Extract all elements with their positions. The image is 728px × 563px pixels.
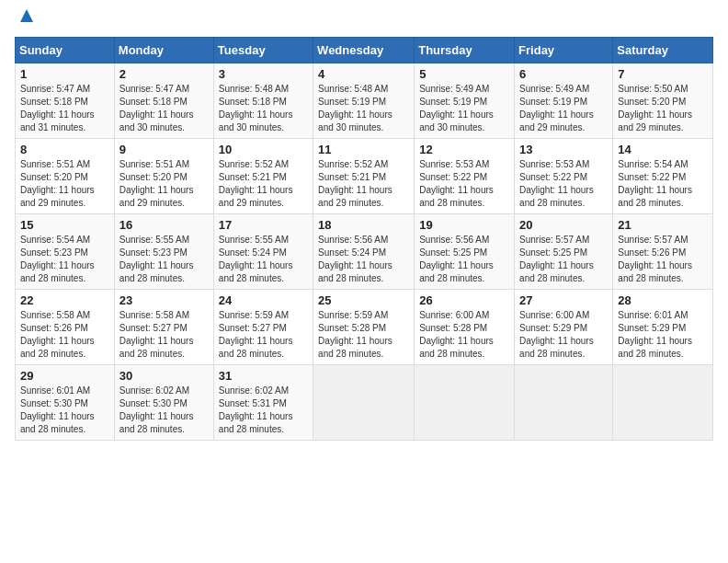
- day-info: Sunrise: 6:00 AM Sunset: 5:28 PM Dayligh…: [419, 309, 509, 361]
- calendar-cell: 7Sunrise: 5:50 AM Sunset: 5:20 PM Daylig…: [613, 63, 713, 139]
- calendar-cell: 8Sunrise: 5:51 AM Sunset: 5:20 PM Daylig…: [16, 139, 115, 214]
- day-info: Sunrise: 5:58 AM Sunset: 5:27 PM Dayligh…: [119, 309, 209, 361]
- day-info: Sunrise: 5:57 AM Sunset: 5:26 PM Dayligh…: [618, 234, 708, 285]
- day-info: Sunrise: 5:48 AM Sunset: 5:19 PM Dayligh…: [318, 83, 409, 134]
- day-number: 22: [20, 293, 109, 307]
- calendar-cell: 9Sunrise: 5:51 AM Sunset: 5:20 PM Daylig…: [114, 139, 213, 214]
- day-info: Sunrise: 5:59 AM Sunset: 5:28 PM Dayligh…: [318, 309, 409, 361]
- day-number: 19: [419, 218, 509, 232]
- calendar-cell: 11Sunrise: 5:52 AM Sunset: 5:21 PM Dayli…: [313, 139, 415, 214]
- calendar-header: SundayMondayTuesdayWednesdayThursdayFrid…: [16, 38, 713, 63]
- calendar-cell: 5Sunrise: 5:49 AM Sunset: 5:19 PM Daylig…: [415, 63, 515, 139]
- day-info: Sunrise: 5:55 AM Sunset: 5:24 PM Dayligh…: [219, 234, 308, 285]
- column-header-tuesday: Tuesday: [213, 38, 313, 63]
- calendar-week-row: 1Sunrise: 5:47 AM Sunset: 5:18 PM Daylig…: [16, 63, 713, 139]
- day-info: Sunrise: 5:54 AM Sunset: 5:22 PM Dayligh…: [618, 158, 708, 210]
- day-number: 4: [318, 67, 409, 81]
- day-info: Sunrise: 6:02 AM Sunset: 5:30 PM Dayligh…: [119, 385, 209, 436]
- day-number: 13: [519, 143, 608, 156]
- day-info: Sunrise: 5:51 AM Sunset: 5:20 PM Dayligh…: [20, 158, 109, 210]
- day-number: 23: [119, 293, 209, 307]
- calendar-table: SundayMondayTuesdayWednesdayThursdayFrid…: [15, 37, 713, 441]
- calendar-cell: 28Sunrise: 6:01 AM Sunset: 5:29 PM Dayli…: [613, 290, 713, 365]
- column-header-friday: Friday: [515, 38, 613, 63]
- calendar-cell: 19Sunrise: 5:56 AM Sunset: 5:25 PM Dayli…: [415, 214, 515, 290]
- calendar-body: 1Sunrise: 5:47 AM Sunset: 5:18 PM Daylig…: [16, 63, 713, 441]
- calendar-cell: 22Sunrise: 5:58 AM Sunset: 5:26 PM Dayli…: [16, 290, 115, 365]
- day-info: Sunrise: 5:59 AM Sunset: 5:27 PM Dayligh…: [219, 309, 308, 361]
- day-number: 2: [119, 67, 209, 81]
- day-info: Sunrise: 5:49 AM Sunset: 5:19 PM Dayligh…: [519, 83, 608, 134]
- day-number: 9: [119, 143, 209, 156]
- calendar-cell: 27Sunrise: 6:00 AM Sunset: 5:29 PM Dayli…: [515, 290, 613, 365]
- calendar-cell: 20Sunrise: 5:57 AM Sunset: 5:25 PM Dayli…: [515, 214, 613, 290]
- day-number: 5: [419, 67, 509, 81]
- calendar-cell: 13Sunrise: 5:53 AM Sunset: 5:22 PM Dayli…: [515, 139, 613, 214]
- calendar-cell: 25Sunrise: 5:59 AM Sunset: 5:28 PM Dayli…: [313, 290, 415, 365]
- calendar-cell: 1Sunrise: 5:47 AM Sunset: 5:18 PM Daylig…: [16, 63, 115, 139]
- calendar-header-row: SundayMondayTuesdayWednesdayThursdayFrid…: [16, 38, 713, 63]
- day-info: Sunrise: 5:56 AM Sunset: 5:24 PM Dayligh…: [318, 234, 409, 285]
- day-number: 14: [618, 143, 708, 156]
- calendar-cell: [313, 365, 415, 441]
- day-info: Sunrise: 6:01 AM Sunset: 5:29 PM Dayligh…: [618, 309, 708, 361]
- logo: [15, 15, 37, 26]
- calendar-cell: 23Sunrise: 5:58 AM Sunset: 5:27 PM Dayli…: [114, 290, 213, 365]
- page-header: [15, 15, 713, 26]
- day-info: Sunrise: 5:54 AM Sunset: 5:23 PM Dayligh…: [20, 234, 109, 285]
- day-info: Sunrise: 5:56 AM Sunset: 5:25 PM Dayligh…: [419, 234, 509, 285]
- day-number: 7: [618, 67, 708, 81]
- day-info: Sunrise: 5:55 AM Sunset: 5:23 PM Dayligh…: [119, 234, 209, 285]
- day-info: Sunrise: 5:47 AM Sunset: 5:18 PM Dayligh…: [119, 83, 209, 134]
- calendar-cell: 21Sunrise: 5:57 AM Sunset: 5:26 PM Dayli…: [613, 214, 713, 290]
- day-info: Sunrise: 5:49 AM Sunset: 5:19 PM Dayligh…: [419, 83, 509, 134]
- day-info: Sunrise: 6:01 AM Sunset: 5:30 PM Dayligh…: [20, 385, 109, 436]
- day-info: Sunrise: 5:53 AM Sunset: 5:22 PM Dayligh…: [419, 158, 509, 210]
- calendar-cell: 31Sunrise: 6:02 AM Sunset: 5:31 PM Dayli…: [213, 365, 313, 441]
- day-number: 24: [219, 293, 308, 307]
- calendar-cell: 30Sunrise: 6:02 AM Sunset: 5:30 PM Dayli…: [114, 365, 213, 441]
- calendar-cell: 29Sunrise: 6:01 AM Sunset: 5:30 PM Dayli…: [16, 365, 115, 441]
- day-number: 17: [219, 218, 308, 232]
- calendar-cell: 24Sunrise: 5:59 AM Sunset: 5:27 PM Dayli…: [213, 290, 313, 365]
- calendar-cell: 17Sunrise: 5:55 AM Sunset: 5:24 PM Dayli…: [213, 214, 313, 290]
- calendar-week-row: 22Sunrise: 5:58 AM Sunset: 5:26 PM Dayli…: [16, 290, 713, 365]
- calendar-cell: 10Sunrise: 5:52 AM Sunset: 5:21 PM Dayli…: [213, 139, 313, 214]
- calendar-cell: [415, 365, 515, 441]
- column-header-monday: Monday: [114, 38, 213, 63]
- calendar-cell: 3Sunrise: 5:48 AM Sunset: 5:18 PM Daylig…: [213, 63, 313, 139]
- day-number: 8: [20, 143, 109, 156]
- day-info: Sunrise: 5:53 AM Sunset: 5:22 PM Dayligh…: [519, 158, 608, 210]
- day-number: 31: [219, 369, 308, 383]
- column-header-thursday: Thursday: [415, 38, 515, 63]
- calendar-cell: [613, 365, 713, 441]
- day-number: 11: [318, 143, 409, 156]
- day-info: Sunrise: 5:48 AM Sunset: 5:18 PM Dayligh…: [219, 83, 308, 134]
- calendar-cell: 15Sunrise: 5:54 AM Sunset: 5:23 PM Dayli…: [16, 214, 115, 290]
- day-number: 29: [20, 369, 109, 383]
- column-header-wednesday: Wednesday: [313, 38, 415, 63]
- calendar-cell: 26Sunrise: 6:00 AM Sunset: 5:28 PM Dayli…: [415, 290, 515, 365]
- day-info: Sunrise: 5:47 AM Sunset: 5:18 PM Dayligh…: [20, 83, 109, 134]
- calendar-cell: 4Sunrise: 5:48 AM Sunset: 5:19 PM Daylig…: [313, 63, 415, 139]
- calendar-cell: 2Sunrise: 5:47 AM Sunset: 5:18 PM Daylig…: [114, 63, 213, 139]
- calendar-cell: 16Sunrise: 5:55 AM Sunset: 5:23 PM Dayli…: [114, 214, 213, 290]
- calendar-cell: 12Sunrise: 5:53 AM Sunset: 5:22 PM Dayli…: [415, 139, 515, 214]
- column-header-saturday: Saturday: [613, 38, 713, 63]
- day-number: 20: [519, 218, 608, 232]
- day-number: 27: [519, 293, 608, 307]
- calendar-week-row: 15Sunrise: 5:54 AM Sunset: 5:23 PM Dayli…: [16, 214, 713, 290]
- day-number: 1: [20, 67, 109, 81]
- day-number: 21: [618, 218, 708, 232]
- day-number: 12: [419, 143, 509, 156]
- day-number: 15: [20, 218, 109, 232]
- day-info: Sunrise: 6:02 AM Sunset: 5:31 PM Dayligh…: [219, 385, 308, 436]
- logo-icon: [17, 6, 37, 26]
- day-number: 3: [219, 67, 308, 81]
- day-number: 30: [119, 369, 209, 383]
- column-header-sunday: Sunday: [16, 38, 115, 63]
- svg-marker-0: [20, 9, 33, 22]
- day-number: 18: [318, 218, 409, 232]
- day-info: Sunrise: 5:52 AM Sunset: 5:21 PM Dayligh…: [318, 158, 409, 210]
- day-info: Sunrise: 5:58 AM Sunset: 5:26 PM Dayligh…: [20, 309, 109, 361]
